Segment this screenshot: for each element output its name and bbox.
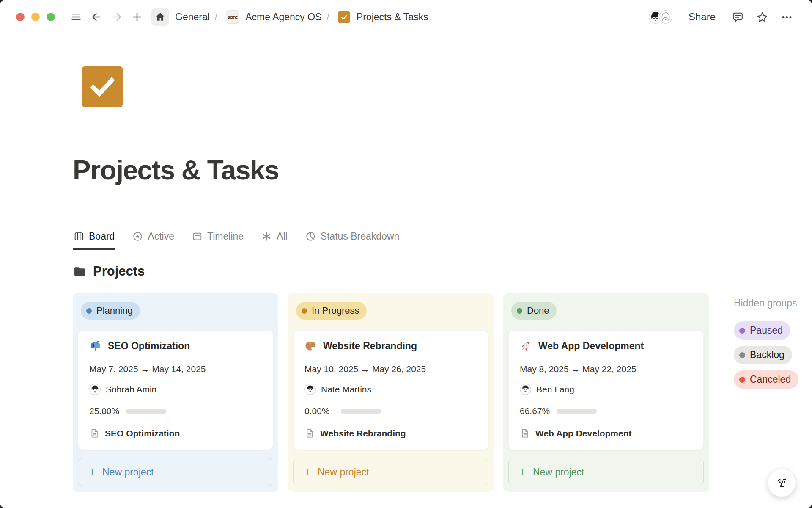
status-dot: [739, 377, 745, 383]
person-name: Nate Martins: [321, 384, 371, 395]
folder-icon: [73, 265, 86, 278]
status-dot: [302, 308, 307, 314]
notion-ai-button[interactable]: [768, 469, 796, 497]
more-options-button[interactable]: [778, 8, 795, 25]
page-content: Projects & Tasks Board Active Timeline A…: [0, 66, 812, 492]
progress-bar: [557, 409, 597, 414]
card-page-link[interactable]: SEO Optimization: [105, 428, 180, 439]
comment-icon: [732, 11, 744, 23]
topbar: General / acme Acme Agency OS / Projects…: [0, 0, 812, 34]
status-pill-planning[interactable]: Planning: [81, 302, 140, 320]
progress-label: 0.00%: [304, 406, 334, 416]
hidden-group-canceled[interactable]: Canceled: [734, 370, 798, 389]
zoom-window-button[interactable]: [47, 13, 55, 21]
card-title: Web App Development: [538, 340, 644, 352]
workspace-logo-text: acme: [228, 15, 238, 19]
card-dates: May 10, 2025 → May 26, 2025: [304, 364, 477, 374]
page-icon-small: [520, 428, 530, 439]
breadcrumb-home[interactable]: [151, 8, 169, 26]
mailbox-icon: [89, 340, 102, 352]
collaborator-avatars[interactable]: [648, 9, 673, 25]
favorite-button[interactable]: [754, 8, 771, 25]
breadcrumb-workspace[interactable]: Acme Agency OS: [245, 11, 321, 23]
plus-icon: [88, 467, 97, 477]
progress-bar: [341, 409, 381, 414]
timeline-icon: [192, 231, 203, 242]
forward-arrow-icon: [110, 11, 123, 23]
new-project-label: New project: [318, 467, 369, 478]
status-dot: [517, 308, 522, 314]
plus-icon: [303, 467, 312, 477]
new-project-button[interactable]: New project: [293, 458, 488, 486]
ai-face-icon: [774, 475, 790, 491]
share-button[interactable]: Share: [689, 11, 716, 23]
hamburger-icon: [70, 11, 82, 23]
forward-button[interactable]: [110, 10, 124, 24]
checkmark-icon: [88, 72, 117, 102]
page-icon-small: [89, 428, 100, 439]
hidden-group-label: Paused: [750, 325, 783, 336]
card-page-link[interactable]: Web App Development: [535, 428, 632, 439]
person-avatar: [520, 384, 531, 395]
card-page-link[interactable]: Website Rebranding: [320, 428, 406, 439]
person-name: Sohrab Amin: [106, 384, 156, 395]
page-icon[interactable]: [82, 66, 123, 107]
tab-active[interactable]: Active: [132, 226, 175, 249]
home-icon: [155, 11, 166, 22]
status-pill-done[interactable]: Done: [511, 302, 557, 320]
project-card[interactable]: SEO Optimization May 7, 2025 → May 14, 2…: [78, 330, 273, 450]
hidden-group-paused[interactable]: Paused: [734, 321, 790, 340]
tab-timeline[interactable]: Timeline: [191, 226, 244, 249]
breadcrumb-root[interactable]: General: [175, 11, 210, 23]
status-label: In Progress: [312, 305, 359, 316]
board-icon: [74, 231, 84, 242]
breadcrumb-page[interactable]: Projects & Tasks: [357, 11, 428, 23]
person-avatar: [304, 384, 316, 395]
projects-section-header[interactable]: Projects: [73, 264, 812, 279]
tab-board[interactable]: Board: [73, 226, 115, 249]
new-project-button[interactable]: New project: [78, 458, 273, 486]
plus-icon: [518, 467, 527, 477]
new-tab-button[interactable]: [130, 10, 144, 24]
status-label: Done: [527, 305, 549, 316]
tab-label: Status Breakdown: [321, 231, 400, 242]
palette-icon: [304, 340, 317, 352]
minimize-window-button[interactable]: [31, 13, 40, 21]
close-window-button[interactable]: [16, 13, 25, 21]
hidden-groups-title: Hidden groups: [734, 298, 812, 309]
tab-all[interactable]: All: [261, 226, 288, 249]
tab-label: Board: [89, 231, 115, 242]
card-title: Website Rebranding: [323, 340, 417, 352]
sidebar-toggle-button[interactable]: [69, 10, 83, 24]
person-name: Ben Lang: [536, 384, 574, 395]
person-avatar: [89, 384, 101, 395]
status-pill-in-progress[interactable]: In Progress: [296, 302, 367, 320]
page-icon-small: [304, 428, 315, 439]
status-dot: [86, 308, 92, 314]
ellipsis-icon: [781, 11, 793, 23]
status-dot: [739, 352, 745, 358]
new-project-button[interactable]: New project: [508, 458, 704, 486]
hidden-groups: Hidden groups Paused Backlog Canceled: [734, 293, 812, 389]
progress-row: 25.00%: [89, 406, 262, 416]
status-label: Planning: [96, 305, 133, 316]
project-card[interactable]: Website Rebranding May 10, 2025 → May 26…: [293, 330, 488, 450]
progress-row: 0.00%: [304, 406, 477, 416]
breadcrumb-separator: /: [215, 11, 217, 23]
project-card[interactable]: Web App Development May 8, 2025 → May 22…: [508, 330, 704, 450]
tab-status-breakdown[interactable]: Status Breakdown: [304, 226, 401, 249]
progress-label: 66.67%: [520, 406, 550, 416]
breadcrumb-separator: /: [326, 11, 329, 23]
progress-row: 66.67%: [520, 406, 692, 416]
back-button[interactable]: [89, 10, 104, 24]
progress-bar: [126, 409, 166, 414]
status-dot: [739, 328, 745, 334]
page-title[interactable]: Projects & Tasks: [73, 155, 812, 186]
star-circle-icon: [132, 231, 143, 242]
new-project-label: New project: [533, 467, 584, 478]
comments-button[interactable]: [729, 8, 746, 25]
card-title: SEO Optimization: [108, 340, 190, 352]
hidden-group-backlog[interactable]: Backlog: [734, 346, 792, 364]
progress-label: 25.00%: [89, 406, 119, 416]
hidden-group-label: Canceled: [750, 374, 791, 385]
